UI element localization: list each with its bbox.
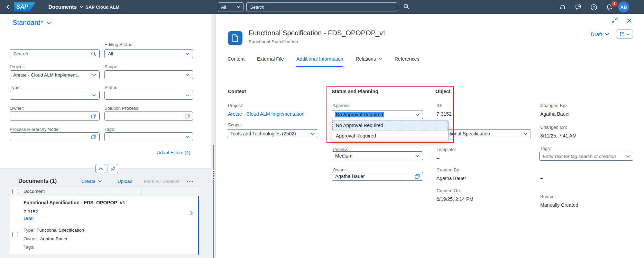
chevron-down-icon (185, 136, 190, 138)
approval-selected-text: No Approval Required (335, 112, 384, 117)
view-selector[interactable]: Standard* (12, 19, 51, 27)
chevron-down-icon (92, 94, 96, 97)
dropdown-option-no-approval-required[interactable]: No Approval Required (332, 121, 448, 131)
view-title: Standard* (12, 19, 43, 27)
scope-label: Scope: (104, 64, 193, 69)
chevron-down-icon (185, 74, 190, 76)
context-project-link[interactable]: Aretse - Cloud ALM Implementation (228, 111, 304, 117)
global-search-input[interactable] (246, 2, 397, 11)
select-all-checkbox[interactable] (12, 189, 18, 194)
process-hierarchy-node-input[interactable] (10, 132, 100, 141)
dropdown-option-approval-required[interactable]: Approval Required (332, 131, 448, 141)
object-id-label: ID: (436, 103, 442, 108)
tab-content[interactable]: Content (228, 56, 245, 67)
status-dropdown[interactable]: Draft (591, 31, 609, 37)
document-type-icon (228, 31, 242, 45)
value-help-icon[interactable] (91, 114, 96, 118)
created-on-value: 6/19/25, 2:14 PM (436, 196, 473, 202)
approval-select[interactable]: No Approval Required (332, 110, 423, 119)
source-value: Manually Created (540, 202, 578, 208)
object-type-select[interactable]: Functional Specification (435, 129, 531, 138)
overflow-menu-button[interactable] (187, 180, 193, 182)
document-status-link[interactable]: Draft (24, 216, 34, 221)
collapse-header-button[interactable] (95, 164, 106, 173)
template-value: – (436, 155, 439, 161)
value-help-icon[interactable] (415, 174, 420, 179)
documents-toolbar: Documents (1) Create Upload Mark for Del… (0, 174, 211, 188)
feedback-icon[interactable] (575, 3, 582, 11)
tags-filter-select[interactable] (104, 132, 193, 141)
search-scope-select[interactable]: All (218, 2, 243, 11)
chevron-down-icon (379, 58, 382, 60)
notification-badge: 1 (611, 1, 617, 7)
share-icon (619, 32, 625, 37)
enter-fullscreen-icon[interactable] (611, 17, 618, 24)
pin-header-button[interactable] (108, 164, 118, 173)
documents-list-panel: Standard* Editing Status: All Project: A… (0, 14, 211, 258)
filter-bar: Standard* Editing Status: All Project: A… (0, 14, 211, 169)
project-select[interactable]: Aretse - Cloud ALM Implement... (10, 70, 100, 79)
share-button[interactable] (616, 29, 633, 39)
detail-tags-input[interactable] (543, 154, 624, 159)
chevron-down-icon (626, 155, 630, 158)
changed-on-value: 8/11/25, 7:41 AM (540, 133, 577, 139)
back-icon[interactable] (4, 3, 12, 11)
solution-process-input[interactable] (104, 112, 193, 121)
search-icon[interactable] (403, 3, 410, 10)
owner-label: Owner: (10, 106, 100, 111)
tab-references[interactable]: References (395, 56, 420, 67)
support-icon[interactable] (559, 3, 567, 11)
chevron-down-icon (626, 33, 629, 35)
create-button[interactable]: Create (81, 179, 102, 184)
context-scope-select[interactable]: Tools and Technologies (2502) (227, 129, 318, 138)
priority-select[interactable]: Medium (332, 151, 423, 160)
adapt-filters-button[interactable]: Adapt Filters (4) (157, 150, 190, 155)
chevron-down-icon (80, 6, 83, 8)
detail-owner-input[interactable]: Agatha Bauer (332, 172, 423, 181)
editing-status-select[interactable]: All (104, 49, 193, 58)
chevron-down-icon (415, 155, 420, 157)
project-label: Project: (10, 64, 100, 69)
detail-tags-combobox[interactable] (539, 152, 633, 161)
created-by-label: Created By: (436, 167, 460, 172)
value-help-icon[interactable] (91, 134, 96, 139)
detail-subtitle: Functional Specification (249, 39, 298, 44)
filter-search-input[interactable] (13, 51, 89, 56)
row-checkbox[interactable] (12, 232, 18, 237)
type-select[interactable] (10, 91, 100, 100)
chevron-up-icon (99, 167, 103, 170)
chevron-down-icon (311, 133, 315, 135)
column-separator (141, 187, 142, 196)
app-title-menu[interactable]: Documents (48, 4, 83, 10)
type-label: Type: (10, 85, 100, 90)
row-navigation-chevron-icon[interactable] (190, 210, 193, 216)
chevron-down-icon (237, 6, 240, 8)
mark-for-deletion-button[interactable]: Mark for Deletion (144, 179, 180, 184)
value-help-icon[interactable] (185, 114, 190, 118)
sap-cloud-alm-screen: SAP Documents SAP Cloud ALM All ? 1 AB (0, 0, 644, 258)
document-type-attr: Type:Functional Specification (24, 228, 84, 233)
panel-splitter[interactable] (211, 14, 216, 258)
section-status-planning-title: Status and Planning (332, 89, 378, 94)
upload-button[interactable]: Upload (118, 179, 132, 184)
owner-input[interactable] (10, 112, 100, 121)
filter-search-field[interactable] (10, 49, 100, 58)
section-object-title: Object (435, 89, 451, 94)
close-icon[interactable] (625, 17, 633, 24)
tab-relations[interactable]: Relations (356, 56, 382, 67)
tab-additional-information[interactable]: Additional Information (296, 56, 343, 67)
help-icon[interactable]: ? (590, 3, 598, 11)
tab-external-file[interactable]: External File (257, 56, 284, 67)
sap-logo[interactable]: SAP (14, 2, 35, 11)
pin-icon (111, 166, 116, 171)
search-icon[interactable] (91, 51, 96, 56)
splitter-grip-icon[interactable] (213, 170, 214, 180)
detail-title: Functional Specification - FDS_OPOPOP_v1 (249, 29, 387, 37)
status-select[interactable] (104, 91, 193, 100)
audit-empty-value: – (540, 175, 543, 181)
scope-select[interactable] (104, 70, 193, 79)
avatar[interactable]: AB (618, 1, 629, 12)
chevron-down-icon (185, 53, 190, 55)
document-id: 7-3152 (24, 209, 38, 214)
table-row[interactable]: Functional Specification - FDS_OPOPOP_v1… (10, 196, 199, 255)
